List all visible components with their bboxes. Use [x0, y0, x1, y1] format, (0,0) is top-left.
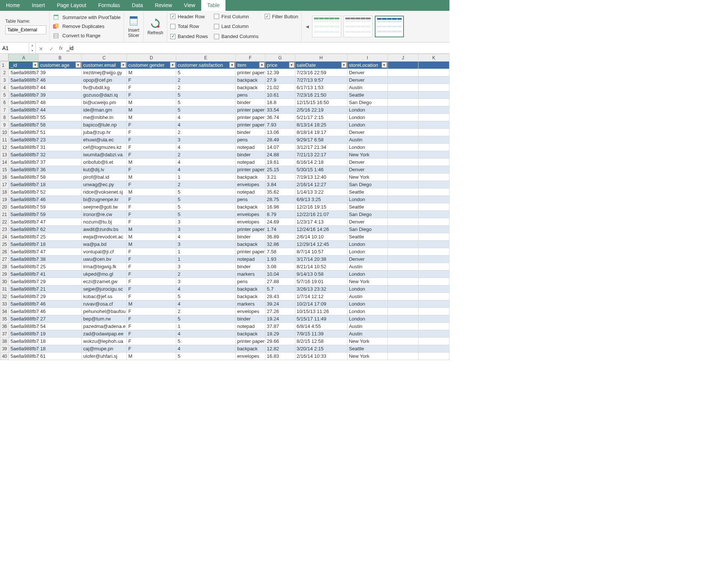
row-header[interactable]: 4 — [0, 84, 9, 91]
cell[interactable]: 4 — [176, 285, 235, 293]
row-header[interactable]: 17 — [0, 181, 9, 188]
cell[interactable]: San Diego — [347, 99, 387, 106]
column-header-A[interactable]: A — [9, 54, 39, 62]
cell[interactable]: 2/16/14 10:33 — [295, 353, 347, 360]
cell[interactable] — [387, 300, 418, 308]
cell[interactable] — [387, 181, 418, 188]
cell[interactable] — [418, 129, 449, 136]
cell[interactable]: 5 — [176, 106, 235, 114]
cell[interactable] — [387, 270, 418, 278]
cell[interactable]: M — [127, 69, 176, 76]
cell[interactable]: 7/23/16 21:50 — [295, 91, 347, 99]
cell[interactable]: F — [127, 256, 176, 263]
cell[interactable]: 12/24/16 14:26 — [295, 226, 347, 233]
cell[interactable]: London — [347, 315, 387, 323]
cell[interactable]: F — [127, 293, 176, 300]
cell[interactable]: 25 — [38, 263, 81, 270]
cell[interactable]: Denver — [347, 256, 387, 263]
cell[interactable]: New York — [347, 173, 387, 181]
cell[interactable]: 2/16/14 12:27 — [295, 181, 347, 188]
filter-dropdown-button[interactable]: ▼ — [32, 62, 38, 68]
filter-dropdown-button[interactable]: ▼ — [75, 62, 81, 68]
cell[interactable]: iwumita@dabzi.va — [81, 151, 127, 159]
cell[interactable]: 5ae8a988fb7 — [9, 211, 39, 218]
cell[interactable]: New York — [347, 353, 387, 360]
cell[interactable]: 5ae8a988fb7 — [9, 293, 39, 300]
cell[interactable]: 3 — [176, 226, 235, 233]
cell[interactable]: pirof@bal.id — [81, 173, 127, 181]
cell[interactable] — [418, 188, 449, 196]
cell[interactable] — [418, 181, 449, 188]
cell[interactable]: nozum@tu.bj — [81, 218, 127, 226]
cell[interactable]: 39 — [38, 91, 81, 99]
cell[interactable]: unwag@ec.py — [81, 181, 127, 188]
cell[interactable]: 5ae8a988fb7 — [9, 114, 39, 121]
cell[interactable]: 5ae8a988fb7 — [9, 188, 39, 196]
cell[interactable]: M — [127, 300, 176, 308]
cell[interactable]: 37 — [38, 159, 81, 166]
cell[interactable]: 5/15/17 11:49 — [295, 315, 347, 323]
cell[interactable] — [418, 76, 449, 84]
cell[interactable] — [387, 278, 418, 285]
cell[interactable] — [418, 62, 449, 69]
column-header-H[interactable]: H — [295, 54, 347, 62]
cell[interactable]: 28.49 — [265, 136, 295, 144]
cell[interactable] — [387, 241, 418, 248]
cell[interactable] — [387, 233, 418, 241]
namebox-spinner[interactable]: ▲▼ — [29, 43, 36, 53]
cell[interactable]: Seattle — [347, 91, 387, 99]
cell[interactable]: 5ae8a988fb7 — [9, 159, 39, 166]
cell[interactable]: Austin — [347, 136, 387, 144]
cell[interactable]: binder — [236, 263, 265, 270]
cell[interactable]: Denver — [347, 166, 387, 173]
cell[interactable] — [387, 203, 418, 211]
cell[interactable]: M — [127, 188, 176, 196]
cell[interactable]: 5 — [176, 293, 235, 300]
cell[interactable]: 8/2/15 12:58 — [295, 338, 347, 345]
table-header-cell[interactable]: storeLocation▼ — [347, 62, 387, 69]
cell[interactable]: 5ae8a988fb7 — [9, 69, 39, 76]
cell[interactable]: 3/26/13 23:32 — [295, 285, 347, 293]
cell[interactable]: 12/15/15 16:50 — [295, 99, 347, 106]
cell[interactable]: F — [127, 166, 176, 173]
cell[interactable]: Austin — [347, 330, 387, 338]
cell[interactable]: backpack — [236, 293, 265, 300]
cell[interactable]: 7/19/13 12:40 — [295, 173, 347, 181]
cell[interactable]: 5 — [176, 353, 235, 360]
cell[interactable]: 10.61 — [265, 91, 295, 99]
cancel-formula-button[interactable]: ✕ — [36, 44, 46, 52]
cell[interactable]: 10.04 — [265, 270, 295, 278]
cell[interactable]: F — [127, 121, 176, 129]
cell[interactable] — [387, 76, 418, 84]
cell[interactable]: M — [127, 241, 176, 248]
cell[interactable]: 29 — [38, 278, 81, 285]
cell[interactable]: F — [127, 278, 176, 285]
cell[interactable]: binder — [236, 315, 265, 323]
cell[interactable]: Denver — [347, 218, 387, 226]
cell[interactable] — [387, 263, 418, 270]
cell[interactable]: 7.58 — [265, 248, 295, 256]
cell[interactable]: 8/13/14 18:25 — [295, 121, 347, 129]
cell[interactable]: 47 — [38, 218, 81, 226]
cell[interactable]: 35.62 — [265, 188, 295, 196]
cell[interactable]: 3.21 — [265, 173, 295, 181]
cell[interactable]: 5/7/16 19:01 — [295, 278, 347, 285]
cell[interactable]: 5/21/17 2:15 — [295, 114, 347, 121]
cell[interactable]: 6/9/13 3:25 — [295, 196, 347, 203]
cell[interactable]: F — [127, 270, 176, 278]
cell[interactable]: ehuwi@ula.ec — [81, 136, 127, 144]
cell[interactable] — [387, 151, 418, 159]
cell[interactable]: 1 — [176, 256, 235, 263]
first-column-option[interactable]: First Column — [214, 13, 259, 20]
cell[interactable]: notepad — [236, 159, 265, 166]
cell[interactable]: 7/9/15 11:39 — [295, 330, 347, 338]
cell[interactable]: 27.88 — [265, 278, 295, 285]
cell[interactable]: 18 — [38, 338, 81, 345]
column-header-D[interactable]: D — [127, 54, 176, 62]
cell[interactable]: markers — [236, 270, 265, 278]
cell[interactable]: 1.93 — [265, 256, 295, 263]
ribbon-tab-insert[interactable]: Insert — [26, 0, 51, 11]
cell[interactable]: 1.74 — [265, 226, 295, 233]
cell[interactable] — [387, 293, 418, 300]
column-header-I[interactable]: I — [347, 54, 387, 62]
